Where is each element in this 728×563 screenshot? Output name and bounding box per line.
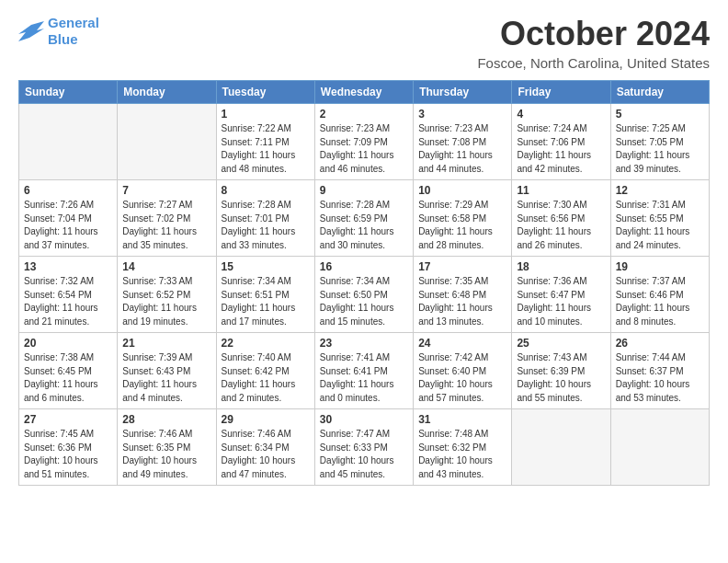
day-number: 14 [122, 260, 210, 273]
calendar-cell: 8Sunrise: 7:28 AM Sunset: 7:01 PM Daylig… [216, 180, 314, 257]
header: General Blue October 2024 Foscoe, North … [18, 15, 710, 71]
day-number: 3 [418, 108, 506, 121]
day-number: 18 [517, 260, 605, 273]
day-info: Sunrise: 7:29 AM Sunset: 6:58 PM Dayligh… [418, 199, 506, 252]
calendar-cell: 15Sunrise: 7:34 AM Sunset: 6:51 PM Dayli… [216, 257, 314, 333]
day-number: 2 [320, 108, 408, 121]
day-number: 4 [517, 108, 605, 121]
calendar-cell: 16Sunrise: 7:34 AM Sunset: 6:50 PM Dayli… [314, 257, 413, 333]
calendar-cell: 21Sunrise: 7:39 AM Sunset: 6:43 PM Dayli… [118, 333, 216, 409]
calendar-cell: 29Sunrise: 7:46 AM Sunset: 6:34 PM Dayli… [216, 409, 314, 486]
day-info: Sunrise: 7:37 AM Sunset: 6:46 PM Dayligh… [616, 275, 704, 328]
day-info: Sunrise: 7:36 AM Sunset: 6:47 PM Dayligh… [517, 275, 605, 328]
calendar-cell: 30Sunrise: 7:47 AM Sunset: 6:33 PM Dayli… [314, 409, 413, 486]
calendar-cell: 7Sunrise: 7:27 AM Sunset: 7:02 PM Daylig… [118, 180, 216, 257]
calendar-cell: 25Sunrise: 7:43 AM Sunset: 6:39 PM Dayli… [512, 333, 610, 409]
day-number: 22 [222, 337, 310, 350]
calendar-cell: 10Sunrise: 7:29 AM Sunset: 6:58 PM Dayli… [414, 180, 512, 257]
calendar-cell: 5Sunrise: 7:25 AM Sunset: 7:05 PM Daylig… [610, 104, 709, 180]
day-info: Sunrise: 7:30 AM Sunset: 6:56 PM Dayligh… [517, 199, 605, 252]
calendar-cell: 3Sunrise: 7:23 AM Sunset: 7:08 PM Daylig… [414, 104, 512, 180]
day-number: 25 [517, 337, 605, 350]
calendar-cell: 6Sunrise: 7:26 AM Sunset: 7:04 PM Daylig… [19, 180, 118, 257]
day-info: Sunrise: 7:38 AM Sunset: 6:45 PM Dayligh… [24, 351, 112, 405]
day-info: Sunrise: 7:48 AM Sunset: 6:32 PM Dayligh… [418, 428, 506, 481]
calendar-cell [512, 409, 610, 486]
calendar-cell: 22Sunrise: 7:40 AM Sunset: 6:42 PM Dayli… [216, 333, 314, 409]
day-info: Sunrise: 7:39 AM Sunset: 6:43 PM Dayligh… [122, 351, 210, 405]
day-info: Sunrise: 7:26 AM Sunset: 7:04 PM Dayligh… [24, 199, 112, 252]
calendar-cell: 27Sunrise: 7:45 AM Sunset: 6:36 PM Dayli… [19, 409, 118, 486]
calendar-cell [610, 409, 709, 486]
day-number: 30 [320, 413, 408, 426]
weekday-header: Wednesday [314, 81, 413, 104]
logo: General Blue [18, 15, 99, 48]
day-number: 24 [418, 337, 506, 350]
day-info: Sunrise: 7:34 AM Sunset: 6:51 PM Dayligh… [222, 275, 310, 328]
calendar-cell: 26Sunrise: 7:44 AM Sunset: 6:37 PM Dayli… [610, 333, 709, 409]
day-info: Sunrise: 7:31 AM Sunset: 6:55 PM Dayligh… [616, 199, 704, 252]
day-number: 21 [122, 337, 210, 350]
day-info: Sunrise: 7:33 AM Sunset: 6:52 PM Dayligh… [122, 275, 210, 328]
day-info: Sunrise: 7:41 AM Sunset: 6:41 PM Dayligh… [320, 351, 408, 405]
calendar-week-row: 6Sunrise: 7:26 AM Sunset: 7:04 PM Daylig… [19, 180, 710, 257]
day-info: Sunrise: 7:25 AM Sunset: 7:05 PM Dayligh… [616, 122, 704, 176]
day-info: Sunrise: 7:34 AM Sunset: 6:50 PM Dayligh… [320, 275, 408, 328]
calendar-cell [118, 104, 216, 180]
day-number: 8 [222, 184, 310, 197]
calendar-cell [19, 104, 118, 180]
calendar-subtitle: Foscoe, North Carolina, United States [477, 55, 710, 71]
calendar-cell: 17Sunrise: 7:35 AM Sunset: 6:48 PM Dayli… [414, 257, 512, 333]
calendar-cell: 14Sunrise: 7:33 AM Sunset: 6:52 PM Dayli… [118, 257, 216, 333]
calendar-cell: 28Sunrise: 7:46 AM Sunset: 6:35 PM Dayli… [118, 409, 216, 486]
day-number: 29 [222, 413, 310, 426]
day-number: 17 [418, 260, 506, 273]
day-info: Sunrise: 7:47 AM Sunset: 6:33 PM Dayligh… [320, 428, 408, 481]
day-info: Sunrise: 7:40 AM Sunset: 6:42 PM Dayligh… [222, 351, 310, 405]
day-number: 28 [122, 413, 210, 426]
calendar-cell: 9Sunrise: 7:28 AM Sunset: 6:59 PM Daylig… [314, 180, 413, 257]
weekday-header: Monday [118, 81, 216, 104]
calendar-cell: 11Sunrise: 7:30 AM Sunset: 6:56 PM Dayli… [512, 180, 610, 257]
calendar-week-row: 13Sunrise: 7:32 AM Sunset: 6:54 PM Dayli… [19, 257, 710, 333]
day-number: 23 [320, 337, 408, 350]
weekday-header-row: SundayMondayTuesdayWednesdayThursdayFrid… [19, 81, 710, 104]
day-info: Sunrise: 7:35 AM Sunset: 6:48 PM Dayligh… [418, 275, 506, 328]
calendar-cell: 4Sunrise: 7:24 AM Sunset: 7:06 PM Daylig… [512, 104, 610, 180]
logo-text: General Blue [48, 15, 99, 48]
day-info: Sunrise: 7:46 AM Sunset: 6:34 PM Dayligh… [222, 428, 310, 481]
calendar-cell: 23Sunrise: 7:41 AM Sunset: 6:41 PM Dayli… [314, 333, 413, 409]
calendar-cell: 24Sunrise: 7:42 AM Sunset: 6:40 PM Dayli… [414, 333, 512, 409]
day-info: Sunrise: 7:28 AM Sunset: 7:01 PM Dayligh… [222, 199, 310, 252]
day-number: 9 [320, 184, 408, 197]
calendar-cell: 18Sunrise: 7:36 AM Sunset: 6:47 PM Dayli… [512, 257, 610, 333]
day-info: Sunrise: 7:43 AM Sunset: 6:39 PM Dayligh… [517, 351, 605, 405]
day-info: Sunrise: 7:24 AM Sunset: 7:06 PM Dayligh… [517, 122, 605, 176]
day-number: 12 [616, 184, 704, 197]
calendar-week-row: 1Sunrise: 7:22 AM Sunset: 7:11 PM Daylig… [19, 104, 710, 180]
calendar-cell: 19Sunrise: 7:37 AM Sunset: 6:46 PM Dayli… [610, 257, 709, 333]
weekday-header: Sunday [19, 81, 118, 104]
calendar-cell: 1Sunrise: 7:22 AM Sunset: 7:11 PM Daylig… [216, 104, 314, 180]
weekday-header: Thursday [414, 81, 512, 104]
day-number: 27 [24, 413, 112, 426]
title-block: October 2024 Foscoe, North Carolina, Uni… [477, 15, 710, 71]
day-number: 13 [24, 260, 112, 273]
day-info: Sunrise: 7:46 AM Sunset: 6:35 PM Dayligh… [122, 428, 210, 481]
calendar-table: SundayMondayTuesdayWednesdayThursdayFrid… [18, 80, 710, 486]
day-number: 20 [24, 337, 112, 350]
calendar-cell: 20Sunrise: 7:38 AM Sunset: 6:45 PM Dayli… [19, 333, 118, 409]
calendar-cell: 13Sunrise: 7:32 AM Sunset: 6:54 PM Dayli… [19, 257, 118, 333]
calendar-week-row: 27Sunrise: 7:45 AM Sunset: 6:36 PM Dayli… [19, 409, 710, 486]
calendar-week-row: 20Sunrise: 7:38 AM Sunset: 6:45 PM Dayli… [19, 333, 710, 409]
calendar-cell: 2Sunrise: 7:23 AM Sunset: 7:09 PM Daylig… [314, 104, 413, 180]
day-number: 26 [616, 337, 704, 350]
calendar-title: October 2024 [477, 15, 710, 53]
day-number: 10 [418, 184, 506, 197]
day-info: Sunrise: 7:28 AM Sunset: 6:59 PM Dayligh… [320, 199, 408, 252]
day-info: Sunrise: 7:23 AM Sunset: 7:08 PM Dayligh… [418, 122, 506, 176]
day-info: Sunrise: 7:44 AM Sunset: 6:37 PM Dayligh… [616, 351, 704, 405]
weekday-header: Tuesday [216, 81, 314, 104]
weekday-header: Saturday [610, 81, 709, 104]
day-number: 11 [517, 184, 605, 197]
